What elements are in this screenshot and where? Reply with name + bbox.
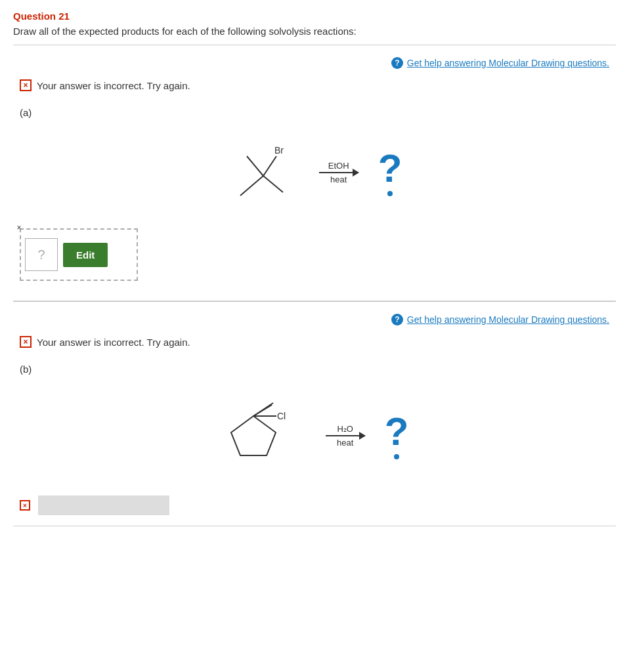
placeholder-question-a: ?	[37, 247, 45, 262]
reaction-area-b: Cl H₂O heat ?	[13, 387, 616, 492]
answer-area-a: × ? Edit	[13, 222, 616, 294]
arrow-shaft-b	[326, 435, 365, 436]
section-a: ? Get help answering Molecular Drawing q…	[13, 52, 616, 301]
incorrect-row-a: × Your answer is incorrect. Try again.	[13, 74, 616, 96]
conditions-top-b: H₂O	[337, 424, 353, 434]
edit-button-a[interactable]: Edit	[63, 243, 108, 267]
help-link-row-a: ? Get help answering Molecular Drawing q…	[13, 52, 616, 74]
conditions-top-a: EtOH	[328, 161, 349, 171]
part-label-a: (a)	[13, 102, 616, 123]
section-b: ? Get help answering Molecular Drawing q…	[13, 308, 616, 526]
svg-text:Br: Br	[274, 145, 284, 156]
incorrect-icon-b: ×	[20, 336, 32, 348]
svg-text:Cl: Cl	[277, 411, 286, 421]
help-link-b[interactable]: Get help answering Molecular Drawing que…	[407, 314, 609, 325]
product-dot-b	[394, 454, 399, 459]
conditions-bottom-b: heat	[337, 436, 353, 448]
product-col-a: ?	[378, 149, 402, 196]
product-question-a: ?	[378, 149, 402, 188]
help-link-row-b: ? Get help answering Molecular Drawing q…	[13, 308, 616, 331]
question-title: Question 21	[13, 10, 616, 22]
bottom-bar-icon-b: ×	[20, 500, 30, 511]
conditions-bottom-a: heat	[330, 173, 347, 184]
close-x-a[interactable]: ×	[14, 223, 24, 232]
reaction-area-a: Br EtOH heat ?	[13, 130, 616, 222]
incorrect-text-b: Your answer is incorrect. Try again.	[37, 337, 190, 348]
incorrect-icon-a: ×	[20, 79, 32, 91]
conditions-b: H₂O	[337, 424, 353, 435]
product-dot-a	[387, 191, 393, 196]
help-icon-a: ?	[391, 57, 403, 69]
bottom-bar-b: ×	[13, 492, 616, 519]
question-text: Draw all of the expected products for ea…	[13, 26, 616, 37]
svg-line-9	[253, 405, 272, 416]
svg-line-2	[247, 156, 263, 176]
divider-top	[13, 45, 616, 45]
bottom-partial-b	[38, 495, 169, 515]
conditions-a: EtOH	[328, 161, 349, 172]
answer-placeholder-a: ?	[25, 238, 58, 271]
conditions-bottom-text-b: heat	[337, 438, 353, 448]
reaction-arrow-a: EtOH heat	[319, 161, 358, 184]
divider-mid	[13, 301, 616, 302]
arrow-shaft-a	[319, 172, 358, 173]
svg-line-3	[263, 156, 276, 176]
svg-line-0	[240, 176, 263, 196]
svg-line-1	[263, 176, 283, 192]
incorrect-text-a: Your answer is incorrect. Try again.	[37, 80, 190, 91]
reaction-arrow-b: H₂O heat	[326, 424, 365, 448]
answer-box-a: × ? Edit	[20, 228, 138, 281]
molecule-b: Cl	[221, 400, 306, 472]
page-container: Question 21 Draw all of the expected pro…	[0, 0, 629, 537]
help-icon-b: ?	[391, 314, 403, 326]
arrow-line-a	[319, 172, 358, 173]
conditions-bottom-text-a: heat	[330, 175, 347, 184]
product-question-b: ?	[385, 412, 409, 452]
incorrect-row-b: × Your answer is incorrect. Try again.	[13, 331, 616, 353]
product-col-b: ?	[385, 412, 409, 459]
svg-marker-5	[231, 416, 276, 455]
part-label-b: (b)	[13, 358, 616, 380]
arrow-line-b	[326, 435, 365, 436]
help-link-a[interactable]: Get help answering Molecular Drawing que…	[407, 58, 609, 68]
molecule-a: Br	[227, 143, 299, 202]
